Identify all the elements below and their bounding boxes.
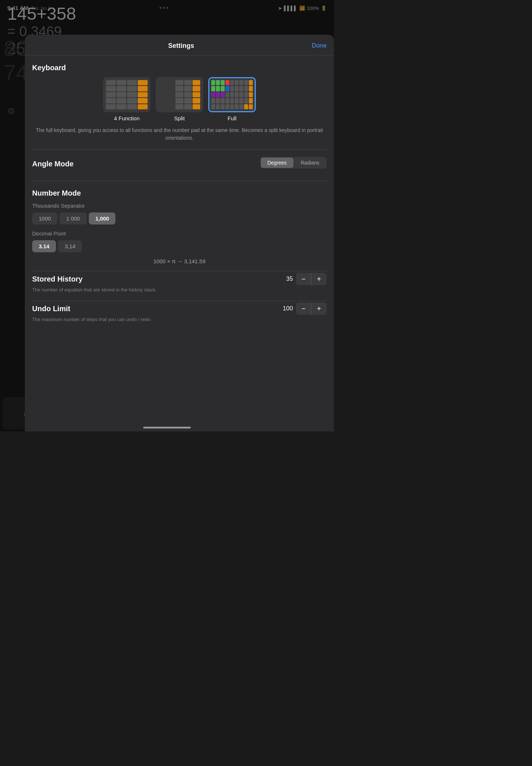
keyboard-preview-full: [208, 77, 256, 112]
done-button[interactable]: Done: [312, 41, 327, 51]
undo-limit-helper: The maximum number of steps that you can…: [32, 316, 327, 323]
home-indicator: [143, 427, 191, 429]
thousands-option-1000[interactable]: 1000: [32, 212, 57, 224]
decimal-option-dot[interactable]: 3.14: [32, 240, 56, 252]
stored-history-row: Stored History 35 − +: [32, 273, 327, 285]
undo-limit-controls: 100 − +: [280, 302, 327, 315]
keyboard-preview-split: [156, 77, 203, 112]
thousands-option-1000-comma[interactable]: 1,000: [89, 212, 116, 224]
modal-title: Settings: [50, 42, 312, 50]
stored-history-increase[interactable]: +: [311, 273, 327, 285]
divider-1: [32, 149, 327, 150]
undo-limit-value: 100: [280, 305, 293, 312]
modal-header: Settings Done: [25, 35, 334, 56]
thousands-sep-label: Thousands Separator: [32, 203, 327, 209]
keyboard-section-title: Keyboard: [32, 64, 327, 72]
angle-degrees-option[interactable]: Degrees: [261, 158, 293, 168]
keyboard-label-full: Full: [228, 115, 236, 121]
stored-history-controls: 35 − +: [280, 273, 327, 285]
number-preview: 1000 × π → 3,141.59: [32, 258, 327, 264]
number-mode-title: Number Mode: [32, 189, 327, 197]
undo-limit-stepper: − +: [296, 302, 327, 315]
divider-3: [32, 271, 327, 271]
undo-limit-decrease[interactable]: −: [296, 302, 311, 315]
decimal-point-label: Decimal Point: [32, 230, 327, 237]
stored-history-value: 35: [280, 275, 293, 283]
keyboard-option-split[interactable]: Split: [156, 77, 203, 121]
modal-content: Keyboard 4 Function: [25, 64, 334, 341]
stored-history-stepper: − +: [296, 273, 327, 285]
angle-mode-title: Angle Mode: [32, 160, 73, 168]
decimal-point-options: 3.14 3,14: [32, 240, 327, 252]
undo-limit-row: Undo Limit 100 − +: [32, 302, 327, 315]
keyboard-option-full[interactable]: Full: [208, 77, 256, 121]
keyboard-description: The full keyboard, giving you access to …: [32, 127, 327, 142]
settings-modal: Settings Done Keyboard 4 Function: [25, 35, 334, 431]
keyboard-label-split: Split: [174, 115, 185, 121]
keyboard-label-4fn: 4 Function: [114, 115, 140, 121]
keyboard-option-4fn[interactable]: 4 Function: [103, 77, 151, 121]
keyboard-preview-4fn: [103, 77, 151, 112]
undo-limit-title: Undo Limit: [32, 305, 70, 313]
thousands-sep-options: 1000 1 000 1,000: [32, 212, 327, 224]
decimal-option-comma[interactable]: 3,14: [58, 240, 82, 252]
stored-history-title: Stored History: [32, 275, 83, 283]
undo-limit-increase[interactable]: +: [311, 302, 327, 315]
stored-history-helper: The number of equation that are stored i…: [32, 287, 327, 293]
keyboard-options: 4 Function Split: [32, 77, 327, 121]
thousands-option-1000-space[interactable]: 1 000: [60, 212, 87, 224]
angle-mode-control[interactable]: Degrees Radians: [260, 157, 327, 169]
angle-radians-option[interactable]: Radians: [294, 158, 326, 168]
divider-4: [32, 301, 327, 301]
angle-mode-row: Angle Mode Degrees Radians: [32, 152, 327, 173]
stored-history-decrease[interactable]: −: [296, 273, 311, 285]
divider-2: [32, 181, 327, 181]
